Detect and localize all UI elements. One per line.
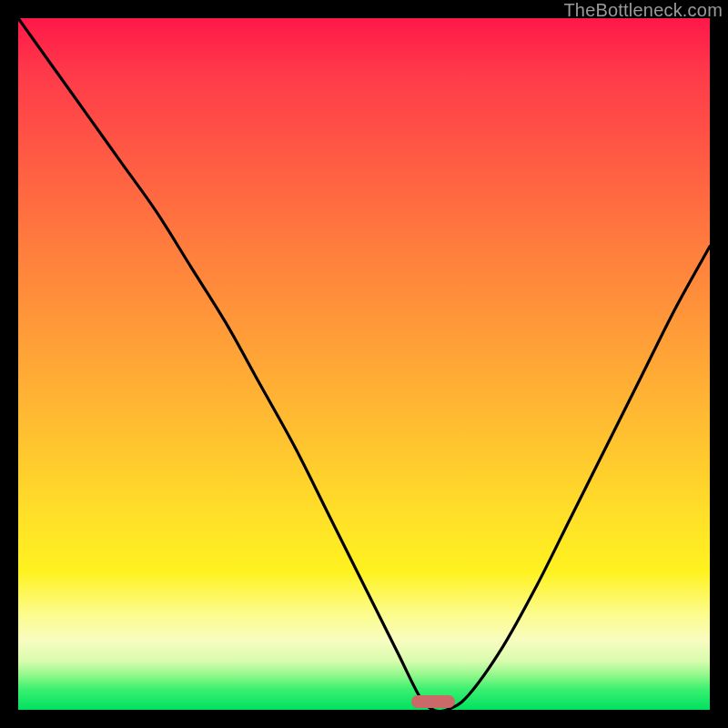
bottleneck-curve — [18, 18, 710, 710]
chart-container: TheBottleneck.com — [0, 0, 728, 728]
minimum-marker — [411, 695, 456, 708]
curve-overlay — [18, 18, 710, 710]
plot-area — [18, 18, 710, 710]
